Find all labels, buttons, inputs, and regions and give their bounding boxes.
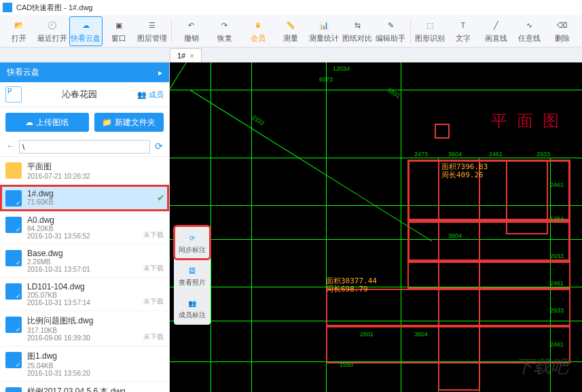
annot-icon: 👥 bbox=[185, 296, 200, 310]
file-size: 317.10KB bbox=[27, 327, 138, 334]
file-status: 未下载 bbox=[143, 332, 164, 342]
check-icon: ✔ bbox=[157, 192, 165, 203]
cloud-upload-icon: ☁ bbox=[25, 118, 33, 127]
watermark: 下载吧 bbox=[515, 355, 568, 378]
expand-icon[interactable]: ▸ bbox=[158, 68, 162, 77]
window-icon: ▣ bbox=[112, 18, 126, 32]
toolbar-del[interactable]: ⌫删除 bbox=[546, 16, 579, 46]
toolbar-redo[interactable]: ↷恢复 bbox=[208, 16, 241, 46]
file-name: LD101-104.dwg bbox=[27, 282, 138, 291]
file-name: 图1.dwg bbox=[27, 351, 164, 362]
file-item[interactable]: A0.dwg84.20KB2016-10-31 13:56:52未下载 bbox=[0, 211, 169, 245]
toolbar-recog[interactable]: ⬚图形识别 bbox=[414, 16, 447, 46]
file-size: 205.07KB bbox=[27, 291, 138, 299]
canvas-tool-sync[interactable]: ⟳同步标注 bbox=[175, 227, 209, 258]
file-size: 71.60KB bbox=[27, 198, 164, 206]
file-item[interactable]: 比例问题图纸.dwg317.10KB2016-09-06 16:39:30未下载 bbox=[0, 311, 169, 346]
redo-icon: ↷ bbox=[218, 18, 232, 32]
file-date: 2016-10-31 13:56:20 bbox=[27, 370, 164, 377]
file-item[interactable]: 1#.dwg71.60KB✔ bbox=[0, 185, 169, 211]
file-item[interactable]: Base.dwg2.26MB2016-10-31 13:57:01未下载 bbox=[0, 245, 169, 278]
tab-document[interactable]: 1# × bbox=[170, 48, 202, 62]
file-name: 样例2017.03.04.5.6.本.dwg bbox=[27, 386, 164, 392]
toolbar-vip[interactable]: ♛会员 bbox=[241, 16, 274, 46]
toolbar-any[interactable]: ∿任意线 bbox=[513, 16, 546, 46]
file-item[interactable]: 样例2017.03.04.5.6.本.dwg bbox=[0, 382, 169, 392]
file-date: 2016-10-31 13:57:01 bbox=[27, 266, 138, 273]
recent-icon: 🕘 bbox=[46, 18, 59, 32]
path-breadcrumb: ← ⟳ bbox=[0, 137, 169, 157]
drawing-canvas[interactable]: ⟳同步标注🖼查看照片👥成员标注 bbox=[170, 63, 582, 392]
toolbar-measure[interactable]: 📏测量 bbox=[274, 16, 308, 46]
folder-plus-icon: 📁 bbox=[102, 118, 112, 127]
toolbar-open[interactable]: 📂打开 bbox=[3, 16, 36, 46]
file-date: 2016-09-06 16:39:30 bbox=[27, 334, 138, 342]
vip-icon: ♛ bbox=[251, 18, 265, 32]
window-title: CAD快速看图 - 1#.dwg bbox=[16, 3, 92, 13]
main-toolbar: 📂打开🕘最近打开☁快看云盘▣窗口☰图层管理↶撤销↷恢复♛会员📏测量📊测量统计⇆图… bbox=[0, 15, 582, 48]
dwg-icon bbox=[5, 190, 22, 207]
measure-icon: 📏 bbox=[284, 18, 297, 32]
toolbar-cloud[interactable]: ☁快看云盘 bbox=[69, 16, 103, 46]
any-icon: ∿ bbox=[523, 18, 536, 32]
file-size: 25.04KB bbox=[27, 362, 164, 370]
sidebar-header-label: 快看云盘 bbox=[7, 67, 39, 78]
project-title: 沁春花园 bbox=[27, 88, 132, 101]
canvas-toolbar: ⟳同步标注🖼查看照片👥成员标注 bbox=[174, 226, 211, 325]
perimeter-text: 周长698.79 bbox=[326, 284, 368, 294]
file-item[interactable]: 图1.dwg25.04KB2016-10-31 13:56:20 bbox=[0, 346, 169, 382]
dwg-icon bbox=[5, 217, 22, 233]
canvas-tool-annot[interactable]: 👥成员标注 bbox=[175, 292, 209, 323]
close-icon[interactable]: × bbox=[189, 52, 194, 60]
mstats-icon: 📊 bbox=[317, 18, 331, 32]
project-title-row: 沁春花园 👥 成员 bbox=[0, 82, 169, 107]
photo-icon: 🖼 bbox=[185, 263, 200, 278]
dwg-icon bbox=[5, 283, 22, 300]
file-status: 未下载 bbox=[143, 264, 164, 273]
file-list: 平面图2016-07-21 10:26:321#.dwg71.60KB✔A0.d… bbox=[0, 157, 169, 392]
toolbar-compare[interactable]: ⇆图纸对比 bbox=[341, 16, 374, 46]
back-icon[interactable]: ← bbox=[4, 141, 16, 153]
toolbar-undo[interactable]: ↶撤销 bbox=[175, 16, 208, 46]
undo-icon: ↶ bbox=[185, 18, 198, 32]
toolbar-line[interactable]: ╱画直线 bbox=[479, 16, 513, 46]
upload-button[interactable]: ☁ 上传图纸 bbox=[5, 113, 89, 132]
sidebar-header: 快看云盘 ▸ bbox=[0, 63, 169, 82]
toolbar-layer[interactable]: ☰图层管理 bbox=[136, 16, 169, 46]
project-icon bbox=[5, 86, 22, 103]
file-item[interactable]: LD101-104.dwg205.07KB2016-10-31 13:57:14… bbox=[0, 278, 169, 311]
refresh-icon[interactable]: ⟳ bbox=[153, 141, 165, 153]
toolbar-edit[interactable]: ✎编辑助手 bbox=[374, 16, 407, 46]
sync-icon: ⟳ bbox=[185, 230, 200, 245]
toolbar-recent[interactable]: 🕘最近打开 bbox=[36, 16, 69, 46]
new-folder-button[interactable]: 📁 新建文件夹 bbox=[94, 113, 164, 132]
file-date: 2016-10-31 13:56:52 bbox=[27, 232, 138, 240]
path-input[interactable] bbox=[19, 140, 150, 154]
folder-icon bbox=[5, 162, 22, 179]
file-name: 平面图 bbox=[27, 161, 164, 173]
file-name: 比例问题图纸.dwg bbox=[27, 315, 138, 327]
cloud-icon: ☁ bbox=[79, 18, 92, 32]
toolbar-window[interactable]: ▣窗口 bbox=[103, 16, 136, 46]
toolbar-mstats[interactable]: 📊测量统计 bbox=[308, 16, 341, 46]
window-titlebar: CAD快速看图 - 1#.dwg bbox=[0, 0, 582, 15]
drawing-title: 平 面 图 bbox=[491, 110, 562, 132]
file-size: 2.26MB bbox=[27, 258, 138, 266]
sidebar-actions: ☁ 上传图纸 📁 新建文件夹 bbox=[0, 107, 169, 137]
toolbar-text[interactable]: T文字 bbox=[446, 16, 479, 46]
file-date: 2016-07-21 10:26:32 bbox=[27, 173, 164, 180]
canvas-tool-photo[interactable]: 🖼查看照片 bbox=[175, 260, 209, 291]
del-icon: ⌫ bbox=[556, 18, 569, 32]
people-icon: 👥 bbox=[137, 90, 147, 99]
dwg-icon bbox=[5, 250, 22, 266]
members-link[interactable]: 👥 成员 bbox=[137, 90, 164, 100]
cloud-sidebar: 快看云盘 ▸ 沁春花园 👥 成员 ☁ 上传图纸 📁 新建文件夹 ← ⟳ bbox=[0, 63, 170, 392]
dwg-icon bbox=[5, 317, 22, 333]
cad-drawing: 平 面 图 面积7396.83 周长409.26 面积30377.44 周长69… bbox=[170, 63, 582, 392]
file-size: 84.20KB bbox=[27, 225, 138, 232]
open-icon: 📂 bbox=[12, 18, 26, 32]
file-status: 未下载 bbox=[143, 230, 164, 240]
text-icon: T bbox=[456, 18, 470, 32]
line-icon: ╱ bbox=[490, 18, 503, 32]
file-item[interactable]: 平面图2016-07-21 10:26:32 bbox=[0, 157, 169, 185]
